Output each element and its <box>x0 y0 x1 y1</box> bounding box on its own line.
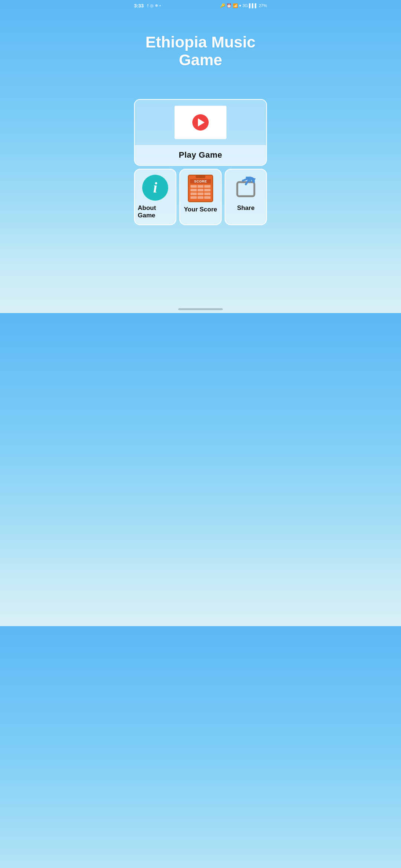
share-svg-icon <box>234 175 258 200</box>
bluetooth-icon: 📶 <box>233 3 238 8</box>
your-score-label: Your Score <box>184 206 217 213</box>
share-icon <box>233 175 259 201</box>
play-game-video-area <box>135 100 266 145</box>
status-bar: 3:33 † ◎ ❄ • 🔑 ⏰ 📶 ▾ 3G ▌▌▌ 27% <box>128 0 273 11</box>
share-label: Share <box>237 204 254 212</box>
play-triangle-icon <box>198 118 205 126</box>
status-icons-right: 🔑 ⏰ 📶 ▾ 3G ▌▌▌ 27% <box>220 3 267 8</box>
home-indicator <box>178 308 223 310</box>
about-game-label: About Game <box>138 204 173 219</box>
about-icon: i <box>142 175 168 201</box>
battery-label: 27% <box>259 3 267 8</box>
status-left: 3:33 † ◎ ❄ • <box>134 3 161 9</box>
play-circle-icon <box>192 114 209 131</box>
status-time: 3:33 <box>134 3 144 9</box>
network-label: 3G <box>242 3 248 8</box>
play-game-button[interactable]: Play Game <box>134 99 267 166</box>
score-icon: SCORE <box>188 175 213 202</box>
play-game-label: Play Game <box>135 145 266 165</box>
main-content: Play Game i About Game SCORE <box>128 99 273 225</box>
alarm-icon: ⏰ <box>226 3 232 8</box>
about-game-button[interactable]: i About Game <box>134 169 176 225</box>
bottom-buttons-row: i About Game SCORE <box>134 169 267 225</box>
location-icon: ▾ <box>239 3 241 8</box>
status-icons-left: † ◎ ❄ • <box>147 3 161 8</box>
share-button[interactable]: Share <box>225 169 267 225</box>
app-title: Ethiopia Music Game <box>128 11 273 99</box>
video-thumbnail <box>175 106 226 139</box>
signal-icon: ▌▌▌ <box>249 3 258 8</box>
key-icon: 🔑 <box>220 3 225 8</box>
your-score-button[interactable]: SCORE <box>179 169 222 225</box>
